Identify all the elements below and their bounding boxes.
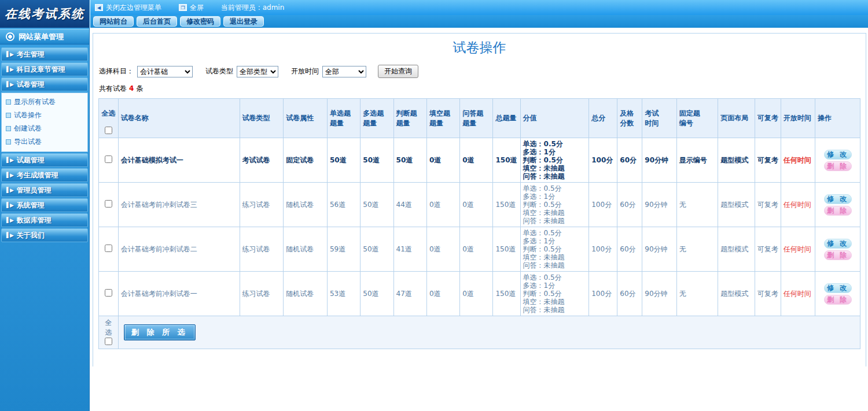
sidebar-subitem[interactable]: 导出试卷 [2, 135, 87, 149]
sidebar-item-label: 系统管理 [17, 201, 45, 210]
header-total-score: 总分 [589, 99, 617, 138]
search-button[interactable]: 开始查询 [378, 65, 418, 78]
cell-single-count: 50道 [327, 138, 360, 183]
delete-button[interactable]: 删 除 [824, 161, 852, 171]
tab-site-front[interactable]: 网站前台 [93, 16, 134, 27]
tab-admin-home[interactable]: 后台首页 [137, 16, 177, 27]
score-line: 单选：0.5分 [523, 140, 587, 148]
quick-tab-bar: 网站前台 后台首页 修改密码 退出登录 [90, 15, 868, 28]
table-footer-row: 全选 删 除 所 选 [99, 316, 860, 349]
cell-select [99, 227, 119, 272]
cell-actions: 修 改删 除 [815, 227, 860, 272]
sidebar-item[interactable]: ▌▶系统管理 [1, 198, 88, 212]
cell-retake: 可复考 [755, 272, 781, 316]
delete-button[interactable]: 删 除 [824, 295, 852, 305]
paper-row: 会计基础考前冲刺试卷三练习试卷随机试卷56道50道44道0道0道150道单选：0… [99, 183, 860, 227]
sidebar-item[interactable]: ▌▶考生成绩管理 [1, 168, 88, 182]
menu-arrow-icon: ▌▶ [6, 51, 13, 57]
cell-retake: 可复考 [755, 183, 781, 227]
footer-actions-cell: 删 除 所 选 [118, 316, 860, 349]
row-checkbox[interactable] [105, 289, 112, 297]
score-line: 填空：未抽题 [523, 253, 587, 261]
paper-row: 会计基础模拟考试一考试试卷固定试卷50道50道50道0道0道150道单选：0.5… [99, 138, 860, 183]
cell-paper-name: 会计基础考前冲刺试卷三 [118, 183, 240, 227]
sidebar-item[interactable]: ▌▶考生管理 [1, 47, 88, 61]
score-line: 多选：1分 [523, 237, 587, 245]
sidebar-item[interactable]: ▌▶试卷管理 [1, 77, 88, 91]
cell-actions: 修 改删 除 [815, 138, 860, 183]
cell-page-layout: 题型模式 [718, 227, 755, 272]
sidebar-item-label: 考生成绩管理 [17, 171, 58, 180]
cell-total-count: 150道 [493, 272, 520, 316]
menu-circle-icon [6, 32, 14, 41]
sidebar-item[interactable]: ▌▶数据库管理 [1, 213, 88, 227]
sidebar-item[interactable]: ▌▶科目及章节管理 [1, 62, 88, 76]
cell-open-time: 任何时间 [781, 272, 815, 316]
page-icon [6, 139, 11, 145]
sidebar-item-label: 试题管理 [17, 155, 45, 165]
row-checkbox[interactable] [105, 245, 112, 252]
open-time-label: 开放时间 [291, 66, 319, 76]
sidebar-subitem[interactable]: 试卷操作 [2, 109, 87, 122]
sidebar-item[interactable]: ▌▶管理员管理 [1, 183, 88, 197]
open-time-select[interactable]: 全部 [322, 66, 366, 77]
cell-retake: 可复考 [755, 227, 781, 272]
paper-type-select[interactable]: 全部类型 [237, 66, 278, 77]
edit-button[interactable]: 修 改 [824, 283, 852, 293]
sidebar-submenu: 显示所有试卷试卷操作创建试卷导出试卷 [1, 92, 88, 152]
cell-paper-type: 考试试卷 [240, 138, 284, 183]
page: 在线考试系统 网站菜单管理 ▌▶考生管理▌▶科目及章节管理▌▶试卷管理显示所有试… [0, 0, 868, 411]
subject-select[interactable]: 会计基础 [137, 66, 193, 77]
tab-change-password[interactable]: 修改密码 [180, 16, 220, 27]
sidebar-item[interactable]: ▌▶试题管理 [1, 153, 88, 167]
delete-button[interactable]: 删 除 [824, 250, 852, 260]
count-number: 4 [129, 84, 134, 92]
tab-logout[interactable]: 退出登录 [223, 16, 264, 27]
cell-blank-count: 0道 [426, 183, 459, 227]
cell-paper-attr: 随机试卷 [284, 183, 328, 227]
cell-blank-count: 0道 [426, 272, 459, 316]
footer-select-all-checkbox[interactable] [105, 338, 112, 345]
sidebar-item-label: 考生管理 [17, 50, 45, 60]
cell-score-values: 单选：0.5分多选：1分判断：0.5分填空：未抽题问答：未抽题 [520, 227, 589, 272]
edit-button[interactable]: 修 改 [824, 194, 852, 204]
close-menu-icon: ◀ [95, 4, 103, 11]
row-checkbox[interactable] [105, 155, 112, 163]
fullscreen-button[interactable]: ❒ 全屏 [179, 3, 204, 13]
sidebar-subitem[interactable]: 显示所有试卷 [2, 95, 87, 109]
score-line: 问答：未抽题 [523, 306, 587, 314]
header-score-values: 分值 [520, 99, 589, 138]
header-retake: 可复考 [755, 99, 781, 138]
delete-selected-button[interactable]: 删 除 所 选 [124, 324, 196, 340]
delete-button[interactable]: 删 除 [824, 206, 852, 216]
app-logo: 在线考试系统 [0, 0, 89, 28]
header-exam-duration: 考试 时间 [642, 99, 676, 138]
cell-select [99, 183, 119, 227]
score-line: 单选：0.5分 [523, 273, 587, 282]
cell-judge-count: 47道 [393, 272, 426, 316]
subject-label: 选择科目： [99, 66, 134, 76]
close-left-menu-button[interactable]: ◀ 关闭左边管理菜单 [95, 3, 161, 13]
cell-open-time: 任何时间 [781, 183, 815, 227]
row-checkbox[interactable] [105, 200, 112, 208]
header-qa-count: 问答题 题量 [460, 99, 493, 138]
cell-select [99, 272, 119, 316]
sidebar: 在线考试系统 网站菜单管理 ▌▶考生管理▌▶科目及章节管理▌▶试卷管理显示所有试… [0, 0, 90, 411]
edit-button[interactable]: 修 改 [824, 239, 852, 249]
count-suffix: 条 [136, 84, 143, 92]
cell-qa-count: 0道 [460, 227, 493, 272]
cell-judge-count: 50道 [393, 138, 426, 183]
cell-multi-count: 50道 [361, 227, 393, 272]
sidebar-subitem[interactable]: 创建试卷 [2, 122, 87, 135]
edit-button[interactable]: 修 改 [824, 150, 852, 160]
select-all-checkbox[interactable] [105, 127, 112, 134]
score-line: 填空：未抽题 [523, 164, 587, 172]
cell-total-score: 100分 [589, 227, 617, 272]
score-line: 判断：0.5分 [523, 290, 587, 298]
cell-fixed-number: 无 [676, 183, 718, 227]
header-total-count: 总题量 [493, 99, 520, 138]
cell-total-count: 150道 [493, 138, 520, 183]
cell-blank-count: 0道 [426, 227, 459, 272]
sidebar-item[interactable]: ▌▶关于我们 [1, 228, 88, 242]
score-line: 判断：0.5分 [523, 245, 587, 253]
